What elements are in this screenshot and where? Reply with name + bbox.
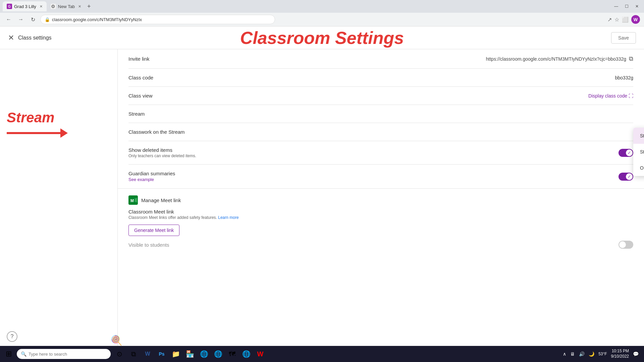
taskbar-app-photoshop[interactable]: Ps xyxy=(155,347,168,361)
visible-to-students-toggle[interactable] xyxy=(619,241,633,249)
arrow-head xyxy=(60,128,68,138)
stream-arrow xyxy=(7,128,68,138)
class-code-label: Class code xyxy=(128,75,153,80)
save-button[interactable]: Save xyxy=(611,32,636,44)
taskbar-app-files[interactable]: 📁 xyxy=(169,347,182,361)
tab-newtab[interactable]: ⚙ New Tab ✕ xyxy=(47,1,85,11)
stream-option-post-comment[interactable]: Students can post and comment xyxy=(633,128,644,144)
close-window-button[interactable]: ✕ xyxy=(633,3,641,9)
guardian-summaries-label: Guardian summaries xyxy=(128,171,175,176)
back-button[interactable]: ← xyxy=(4,15,13,24)
display-class-code-link[interactable]: Display class code ⛶ xyxy=(588,93,633,99)
stream-annotation-label: Stream xyxy=(7,110,68,126)
classwork-stream-label: Classwork on the Stream xyxy=(128,129,185,135)
tray-temp: 53°F xyxy=(597,351,608,357)
tray-date-text: 9/10/2022 xyxy=(611,354,629,359)
main-content: Stream Invite link https://classroom.goo… xyxy=(0,49,644,346)
generate-meet-link-button[interactable]: Generate Meet link xyxy=(128,225,179,236)
meet-header: M Manage Meet link xyxy=(128,195,633,205)
tray-weather-icon[interactable]: 🌙 xyxy=(587,351,596,357)
tab-bar: G Grad 3 Lilly ✕ ⚙ New Tab ✕ + — ☐ ✕ xyxy=(0,0,644,13)
sidebar: Stream xyxy=(0,49,117,346)
invite-link-value: https://classroom.google.com/c/NTM3MTIyN… xyxy=(486,55,633,62)
tab-favicon-grad3: G xyxy=(7,4,12,9)
taskbar-search-input[interactable] xyxy=(29,352,102,357)
close-settings-icon[interactable]: ✕ xyxy=(8,34,14,42)
class-code-row: Class code bbo332g xyxy=(128,69,633,87)
taskbar-tray: ∧ 🖥 🔊 🌙 53°F 10:15 PM 9/10/2022 💬 xyxy=(561,349,643,359)
meet-section-title: Manage Meet link xyxy=(141,197,181,203)
show-deleted-info: Show deleted items Only teachers can vie… xyxy=(128,147,196,158)
taskbar-app-word[interactable]: W xyxy=(141,347,154,361)
share-icon[interactable]: ↗ xyxy=(607,16,612,23)
maximize-button[interactable]: ☐ xyxy=(622,3,631,9)
taskbar-app-maps[interactable]: 🗺 xyxy=(225,347,239,361)
extensions-icon[interactable]: ⬜ xyxy=(622,16,629,23)
tab-close-grad3[interactable]: ✕ xyxy=(40,4,43,9)
profile-avatar[interactable]: W xyxy=(631,15,640,24)
invite-link-url: https://classroom.google.com/c/NTM3MTIyN… xyxy=(486,56,626,62)
tab-close-newtab[interactable]: ✕ xyxy=(78,4,81,9)
taskbar-app-unknown[interactable]: W xyxy=(254,347,267,361)
taskbar: ⊞ 🔍 ⊙ ⧉ W Ps 📁 🏪 🌐 🌐 🗺 🌐 W ∧ 🖥 🔊 🌙 53°F … xyxy=(0,346,644,362)
copy-link-icon[interactable]: ⧉ xyxy=(629,55,633,62)
tray-expand-icon[interactable]: ∧ xyxy=(561,351,568,357)
guardian-summaries-toggle[interactable]: ✓ xyxy=(619,173,633,181)
tab-favicon-newtab: ⚙ xyxy=(51,4,56,9)
url-text: classroom.google.com/c/NTM3MTIyNDYyNzIx xyxy=(52,17,142,22)
taskbar-apps: ⊙ ⧉ W Ps 📁 🏪 🌐 🌐 🗺 🌐 W xyxy=(113,347,267,361)
start-button[interactable]: ⊞ xyxy=(1,347,16,361)
page-title: Classroom Settings xyxy=(240,28,404,48)
tab-label-grad3: Grad 3 Lilly xyxy=(14,4,36,9)
taskbar-app-taskview[interactable]: ⧉ xyxy=(127,347,140,361)
tray-notification-icon[interactable]: 💬 xyxy=(632,351,640,357)
class-code-value: bbo332g xyxy=(615,75,633,80)
tray-network-icon[interactable]: 🖥 xyxy=(569,351,576,357)
learn-more-link[interactable]: Learn more xyxy=(218,215,238,220)
browser-chrome: G Grad 3 Lilly ✕ ⚙ New Tab ✕ + — ☐ ✕ ← →… xyxy=(0,0,644,26)
taskbar-app-store[interactable]: 🏪 xyxy=(183,347,197,361)
stream-option-teachers-only[interactable]: Only teachers can post or comment xyxy=(633,160,644,176)
stream-option-only-comment[interactable]: Students can only comment xyxy=(633,144,644,160)
lock-icon: 🔒 xyxy=(45,17,50,22)
show-deleted-toggle-knob: ✓ xyxy=(626,149,633,156)
tray-datetime[interactable]: 10:15 PM 9/10/2022 xyxy=(610,349,630,359)
bookmark-icon[interactable]: ☆ xyxy=(614,16,619,23)
url-bar[interactable]: 🔒 classroom.google.com/c/NTM3MTIyNDYyNzI… xyxy=(40,15,275,24)
show-deleted-sublabel: Only teachers can view deleted items. xyxy=(128,154,196,158)
content-area: Invite link https://classroom.google.com… xyxy=(117,49,644,346)
stream-annotation: Stream xyxy=(7,110,68,138)
class-settings-label: Class settings xyxy=(18,35,52,41)
see-example-link[interactable]: See example xyxy=(128,177,154,182)
taskbar-search-box[interactable]: 🔍 xyxy=(17,349,111,359)
display-class-code-text: Display class code xyxy=(588,93,627,99)
class-view-label: Class view xyxy=(128,93,153,99)
meet-link-label: Classroom Meet link xyxy=(128,209,633,215)
tab-grad3lilly[interactable]: G Grad 3 Lilly ✕ xyxy=(3,1,47,11)
meet-section: M Manage Meet link Classroom Meet link C… xyxy=(118,189,644,260)
visible-toggle-knob xyxy=(619,241,626,248)
browser-toolbar-icons: ↗ ☆ ⬜ W xyxy=(607,15,640,24)
invite-link-label: Invite link xyxy=(128,56,150,62)
guardian-summaries-toggle-knob: ✓ xyxy=(626,173,633,180)
tray-volume-icon[interactable]: 🔊 xyxy=(578,351,586,357)
tray-time-text: 10:15 PM xyxy=(611,349,629,354)
meet-sublabel-text: Classroom Meet links offer added safety … xyxy=(128,215,217,220)
taskbar-app-chrome3[interactable]: 🌐 xyxy=(239,347,253,361)
expand-icon: ⛶ xyxy=(629,93,633,99)
taskbar-app-chrome2[interactable]: 🌐 xyxy=(211,347,225,361)
help-icon[interactable]: ? xyxy=(7,331,17,342)
show-deleted-label: Show deleted items xyxy=(128,147,196,153)
taskbar-app-cortana[interactable]: ⊙ xyxy=(113,347,126,361)
new-tab-button[interactable]: + xyxy=(85,3,93,10)
classwork-stream-row: Classwork on the Stream xyxy=(128,123,633,141)
stream-dropdown: Students can post and comment Students c… xyxy=(633,128,644,176)
meet-icon: M xyxy=(128,195,138,205)
class-view-row: Class view Display class code ⛶ xyxy=(128,87,633,105)
show-deleted-toggle[interactable]: ✓ xyxy=(619,149,633,157)
settings-section: Invite link https://classroom.google.com… xyxy=(118,49,644,188)
minimize-button[interactable]: — xyxy=(611,3,621,9)
forward-button[interactable]: → xyxy=(16,15,25,24)
taskbar-app-chrome[interactable]: 🌐 xyxy=(197,347,211,361)
reload-button[interactable]: ↻ xyxy=(28,15,38,24)
